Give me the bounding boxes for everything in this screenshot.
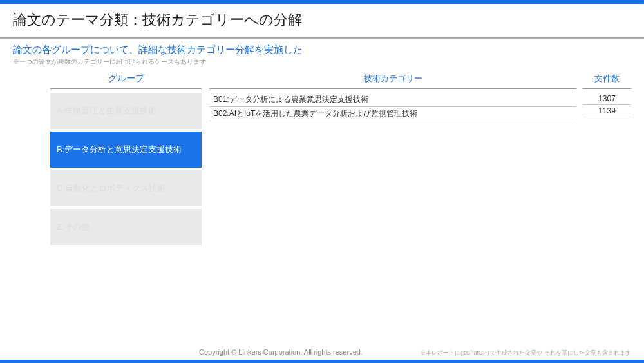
sidebar-item-c[interactable]: C:自動化とロボティクス技術 (50, 170, 202, 206)
sidebar-item-label: B:データ分析と意思決定支援技術 (57, 144, 182, 155)
content-area: 論文の各グループについて、詳細な技術カテゴリー分解を実施した ※一つの論文が複数… (0, 39, 644, 248)
sidebar-item-b[interactable]: B:データ分析と意思決定支援技術 (50, 132, 202, 168)
footer-text-row: Copyright © Linkers Corporation. All rig… (0, 348, 644, 360)
sidebar-item-label: Z:その他 (57, 221, 90, 233)
main-data-area: 技術カテゴリー B01:データ分析による農業意思決定支援技術 B02:AIとIo… (209, 72, 631, 248)
count-header: 文件数 (583, 72, 631, 89)
section-title: 論文の各グループについて、詳細な技術カテゴリー分解を実施した (13, 44, 631, 56)
category-row: B01:データ分析による農業意思決定支援技術 (209, 93, 576, 107)
group-sidebar: グループ A:作物管理と生育支援技術 B:データ分析と意思決定支援技術 C:自動… (50, 72, 202, 248)
disclaimer-text: ※本レポートにはChatGPTで生成された文章や それを基にした文章も含まれます (420, 349, 631, 357)
footer: Copyright © Linkers Corporation. All rig… (0, 348, 644, 363)
bottom-accent-bar (0, 360, 644, 363)
sidebar-item-z[interactable]: Z:その他 (50, 209, 202, 245)
category-header: 技術カテゴリー (209, 72, 576, 89)
main-layout: グループ A:作物管理と生育支援技術 B:データ分析と意思決定支援技術 C:自動… (13, 72, 631, 248)
sidebar-item-label: C:自動化とロボティクス技術 (57, 182, 166, 194)
sidebar-header: グループ (50, 72, 202, 89)
page-title: 論文のテーマ分類：技術カテゴリーへの分解 (0, 4, 644, 39)
category-row: B02:AIとIoTを活用した農業データ分析および監視管理技術 (209, 107, 576, 121)
sidebar-item-a[interactable]: A:作物管理と生育支援技術 (50, 93, 202, 129)
count-row: 1307 (583, 93, 631, 105)
category-column: 技術カテゴリー B01:データ分析による農業意思決定支援技術 B02:AIとIo… (209, 72, 576, 248)
copyright-text: Copyright © Linkers Corporation. All rig… (142, 348, 420, 356)
count-column: 文件数 1307 1139 (583, 72, 631, 248)
sidebar-item-label: A:作物管理と生育支援技術 (57, 105, 156, 117)
section-note: ※一つの論文が複数のカテゴリーに紐づけられるケースもあります (13, 57, 631, 66)
count-row: 1139 (583, 105, 631, 117)
